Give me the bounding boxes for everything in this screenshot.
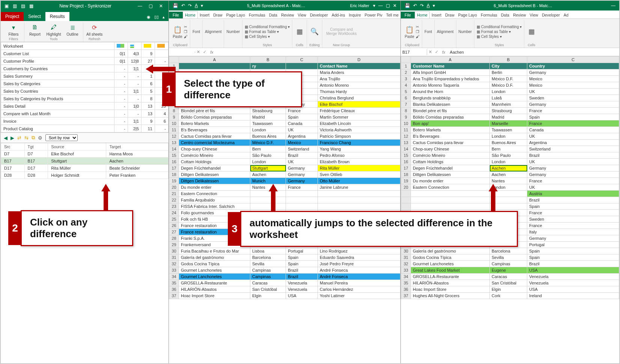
prev-diff-button[interactable]: ◀ xyxy=(4,135,8,141)
grid-row[interactable]: 14 Chop-suey Chinese Bern Switzerland Ya… xyxy=(169,146,400,152)
close-a-button[interactable]: ✕ xyxy=(393,3,397,8)
user-name[interactable]: Eric Halter xyxy=(350,3,369,8)
tab-page-layo[interactable]: Page Layo xyxy=(224,12,247,18)
grid-row[interactable]: 7 Blanka Delikatessen Mannheim Germany xyxy=(401,101,619,108)
tab-data[interactable]: Data xyxy=(499,12,511,18)
grid-row[interactable]: Austria xyxy=(401,191,619,197)
grid-row[interactable]: 31 Godos Cocina Típica Sevilla Spain xyxy=(401,254,619,261)
col-diff-cells[interactable] xyxy=(141,42,155,50)
worksheet-row[interactable]: Sales by Categories--6- xyxy=(1,80,169,87)
min-b-button[interactable]: — xyxy=(611,3,615,8)
col-diff-cols[interactable] xyxy=(114,42,128,50)
fmttable-button[interactable]: ▦ Format as Table ▾ xyxy=(245,30,290,34)
redo-icon[interactable]: ↷ xyxy=(188,3,192,8)
grid-row[interactable]: 36 Hoac Import Store Elgin USA xyxy=(401,286,619,293)
grid-row[interactable]: 32 Gourmet Lanchonetes Campinas Brazil xyxy=(401,261,619,267)
grid-row[interactable]: 19 Dittgen Delikatessen Munich Germany O… xyxy=(169,178,400,184)
grid-row[interactable]: 4 Antonio Moreno Taquería México D.F. Me… xyxy=(401,82,619,89)
tab-view[interactable]: View xyxy=(296,12,308,18)
col-target[interactable]: Target xyxy=(106,143,169,150)
grid-row[interactable]: 13 Cactus Comidas para llevar Buenos Air… xyxy=(401,140,619,146)
tab-ad[interactable]: Ad xyxy=(562,12,570,18)
help-icon[interactable]: ◉ xyxy=(147,15,150,20)
condfmt-button[interactable]: ▦ Conditional Formatting ▾ xyxy=(477,25,522,29)
grid-row[interactable]: 37 Hoac Import Store Elgin USA Yoshi Lat… xyxy=(169,293,400,299)
col-src[interactable]: Src xyxy=(1,143,25,150)
condfmt-button[interactable]: ▦ Conditional Formatting ▾ xyxy=(245,25,290,29)
grid-row[interactable]: 35 GROSELLA-Restaurante Caracas Venezuel… xyxy=(169,280,400,286)
grid-row[interactable]: 35 HILARIÓN-Abastos San Cristóbal Venezu… xyxy=(401,280,619,286)
tab-results[interactable]: Results xyxy=(45,12,69,21)
gear-icon[interactable]: ⚙ xyxy=(38,135,42,141)
ok-fx-icon[interactable]: ✓ xyxy=(433,50,440,54)
allsheets-button[interactable]: ⟳All sheets xyxy=(86,23,102,36)
undo-icon[interactable]: ↶ xyxy=(181,3,185,8)
grid-row[interactable]: 16 Cottam Holdings London UK xyxy=(401,159,619,165)
report-button[interactable]: 🗎Report xyxy=(27,23,42,36)
tab-formulas[interactable]: Formulas xyxy=(479,12,499,18)
worksheet-row[interactable]: Invoice-1|196 xyxy=(1,117,169,125)
grid-row[interactable]: 32 Godos Cocina Típica Sevilla Spain Jos… xyxy=(169,261,400,267)
fx-button[interactable]: fx xyxy=(440,50,448,54)
close-button[interactable]: ✕ xyxy=(156,3,166,9)
grid-row[interactable]: 31 Galería del gastrónomo Barcelona Spai… xyxy=(169,254,400,261)
grid-row[interactable]: 2 Alfa Import GmbH Berlin Germany xyxy=(401,69,619,76)
grid-row[interactable]: 11 B's Beverages London UK Victoria Ashw… xyxy=(169,127,400,133)
tab-home[interactable]: Home xyxy=(183,11,198,18)
diff-row[interactable]: B17B17StuttgartAachen xyxy=(1,158,169,165)
tab-tell-me[interactable]: Tell me xyxy=(384,12,400,18)
worksheet-row[interactable]: Sales by Countries-1|15- xyxy=(1,87,169,95)
paste-icon[interactable]: 📋 xyxy=(173,25,182,35)
worksheet-row[interactable]: Sales Detail-1|01325 xyxy=(1,102,169,110)
tab-project[interactable]: Project xyxy=(1,12,24,21)
grid-row[interactable]: 15 Comércio Mineiro São Paulo Brazil xyxy=(401,152,619,159)
col-worksheet[interactable]: Worksheet xyxy=(1,42,114,50)
font-group[interactable]: Font xyxy=(424,30,432,34)
fmttable-button[interactable]: ▦ Format as Table ▾ xyxy=(477,30,522,34)
cut-icon[interactable]: ✂ xyxy=(184,25,188,29)
grid-row[interactable]: 33 Great Lakes Food Market Eugene USA xyxy=(401,267,619,274)
diff-row[interactable]: D17D17Rita MüllerBeate Schneider xyxy=(1,165,169,172)
grid-row[interactable]: 15 Comércio Mineiro São Paulo Brazil Ped… xyxy=(169,152,400,159)
alignment-group[interactable]: Alignment xyxy=(437,30,453,34)
font-a-icon[interactable]: A xyxy=(195,3,198,8)
tab-file[interactable]: File xyxy=(401,12,415,18)
cellstyles-button[interactable]: ▦ Cell Styles ▾ xyxy=(477,35,522,39)
grid-row[interactable]: 34 Gourmet Lanchonetes Campinas Brazil A… xyxy=(169,274,400,280)
more-qat-icon[interactable]: ▾ xyxy=(201,3,203,8)
cancel-fx-icon[interactable]: ✕ xyxy=(427,50,433,54)
max-a-button[interactable]: ▢ xyxy=(386,3,390,8)
grid-row[interactable]: 33 Gourmet Lanchonetes Campinas Brazil A… xyxy=(169,267,400,274)
tab-view[interactable]: View xyxy=(528,12,540,18)
formula-input-b[interactable]: Aachen xyxy=(448,49,619,55)
tab-review[interactable]: Review xyxy=(279,12,296,18)
tab-power-piv[interactable]: Power Piv xyxy=(363,12,384,18)
sync-left-icon[interactable]: ⇄ xyxy=(17,135,21,141)
minimize-button[interactable]: — xyxy=(135,3,145,9)
grid-row[interactable]: 20 Eastern Connection London UK xyxy=(401,184,619,191)
save-icon[interactable]: 💾 xyxy=(405,3,410,8)
filters-button[interactable]: ▾ Filters xyxy=(6,23,21,36)
grid-row[interactable]: Brazil xyxy=(401,197,619,203)
tab-draw[interactable]: Draw xyxy=(443,12,456,18)
font-a-icon[interactable]: A xyxy=(427,3,430,8)
tab-data[interactable]: Data xyxy=(267,12,279,18)
save-icon[interactable]: 💾 xyxy=(173,3,178,8)
worksheet-summary-table[interactable]: Worksheet Customer List0|14|39Customer P… xyxy=(1,42,169,132)
tab-add-ins[interactable]: Add-ins xyxy=(330,12,347,18)
grid-row[interactable]: 17 Degen Früchtehandel Stuttgart Germany… xyxy=(169,165,400,171)
tab-inquire[interactable]: Inquire xyxy=(347,12,363,18)
sync-right-icon[interactable]: ⇆ xyxy=(24,135,29,141)
grid-row[interactable]: 5 Around the Horn London UK xyxy=(401,89,619,95)
worksheet-row[interactable]: Customer Profile0|112|827- xyxy=(1,57,169,65)
grid-row[interactable]: 9 Bólido Comidas preparadas Madrid Spain xyxy=(401,114,619,120)
worksheet-row[interactable]: Customers by Countries-1|17- xyxy=(1,65,169,72)
tab-home[interactable]: Home xyxy=(415,11,430,18)
grid-row[interactable]: 8 Blondel père et fils Strasbourg France xyxy=(401,108,619,114)
layout-icon-2[interactable]: ▤ xyxy=(20,3,26,9)
grid-row[interactable]: 8 Blondel père et fils Strasbourg France… xyxy=(169,108,400,114)
tab-formulas[interactable]: Formulas xyxy=(247,12,267,18)
grid-row[interactable]: 18 Dittgen Delikatessen Aachen Germany xyxy=(401,171,619,178)
layout-icon-3[interactable]: ▦ xyxy=(28,3,35,9)
copy-icon[interactable]: ❐ xyxy=(184,30,188,34)
